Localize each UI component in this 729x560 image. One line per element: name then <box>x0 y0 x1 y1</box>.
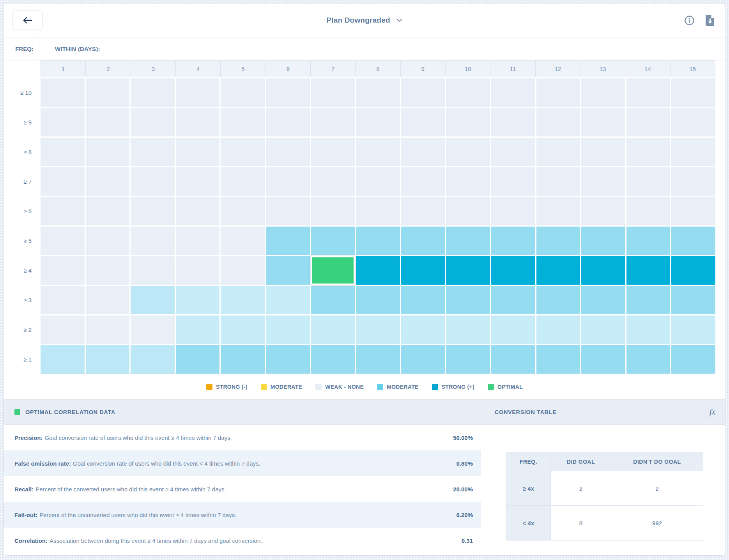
heatmap-cell[interactable] <box>536 108 580 136</box>
heatmap-cell[interactable] <box>581 227 625 255</box>
heatmap-cell[interactable] <box>131 345 175 374</box>
heatmap-cell[interactable] <box>86 138 130 166</box>
heatmap-cell[interactable] <box>491 78 535 107</box>
heatmap-cell[interactable] <box>311 197 355 225</box>
heatmap-cell[interactable] <box>536 345 580 374</box>
heatmap-cell[interactable] <box>131 108 175 136</box>
heatmap-cell[interactable] <box>401 167 445 196</box>
heatmap-cell[interactable] <box>266 227 310 255</box>
heatmap-cell[interactable] <box>86 167 130 196</box>
heatmap-cell[interactable] <box>311 315 355 344</box>
heatmap-cell[interactable] <box>491 286 535 314</box>
heatmap-cell[interactable] <box>176 315 220 344</box>
heatmap-cell[interactable] <box>356 78 400 107</box>
heatmap-cell[interactable] <box>356 108 400 136</box>
heatmap-cell[interactable] <box>176 286 220 314</box>
heatmap-cell[interactable] <box>131 315 175 344</box>
heatmap-cell[interactable] <box>671 345 715 374</box>
heatmap-cell[interactable] <box>41 286 85 314</box>
heatmap-cell[interactable] <box>41 227 85 255</box>
heatmap-cell[interactable] <box>41 256 85 285</box>
heatmap-cell[interactable] <box>671 197 715 225</box>
heatmap-cell[interactable] <box>356 227 400 255</box>
heatmap-cell[interactable] <box>491 256 535 285</box>
heatmap-cell[interactable] <box>626 286 671 314</box>
heatmap-cell[interactable] <box>221 227 265 255</box>
heatmap-cell[interactable] <box>446 227 490 255</box>
heatmap-cell[interactable] <box>221 78 265 107</box>
heatmap-cell[interactable] <box>581 167 625 196</box>
heatmap-cell[interactable] <box>581 197 625 225</box>
heatmap-cell[interactable] <box>446 197 490 225</box>
heatmap-cell[interactable] <box>536 286 580 314</box>
heatmap-cell[interactable] <box>401 286 445 314</box>
download-export-icon[interactable] <box>706 15 715 26</box>
heatmap-cell[interactable] <box>581 108 625 136</box>
heatmap-cell[interactable] <box>221 167 265 196</box>
heatmap-cell[interactable] <box>131 78 175 107</box>
heatmap-cell[interactable] <box>671 227 715 255</box>
heatmap-cell[interactable] <box>131 197 175 225</box>
heatmap-cell[interactable] <box>41 108 85 136</box>
heatmap-cell[interactable] <box>446 78 490 107</box>
heatmap-cell-optimal[interactable] <box>311 256 355 285</box>
heatmap-cell[interactable] <box>626 345 671 374</box>
heatmap-cell[interactable] <box>401 138 445 166</box>
heatmap-cell[interactable] <box>446 108 490 136</box>
heatmap-cell[interactable] <box>401 108 445 136</box>
heatmap-cell[interactable] <box>446 256 490 285</box>
heatmap-cell[interactable] <box>41 315 85 344</box>
heatmap-cell[interactable] <box>86 197 130 225</box>
heatmap-cell[interactable] <box>311 167 355 196</box>
heatmap-cell[interactable] <box>41 345 85 374</box>
heatmap-cell[interactable] <box>491 227 535 255</box>
heatmap-cell[interactable] <box>401 78 445 107</box>
heatmap-cell[interactable] <box>176 227 220 255</box>
heatmap-cell[interactable] <box>401 345 445 374</box>
heatmap-cell[interactable] <box>401 197 445 225</box>
info-icon[interactable] <box>684 15 695 26</box>
heatmap-cell[interactable] <box>401 315 445 344</box>
heatmap-cell[interactable] <box>221 315 265 344</box>
heatmap-cell[interactable] <box>41 167 85 196</box>
heatmap-cell[interactable] <box>86 286 130 314</box>
heatmap-cell[interactable] <box>401 227 445 255</box>
heatmap-cell[interactable] <box>536 78 580 107</box>
heatmap-cell[interactable] <box>536 167 580 196</box>
heatmap-cell[interactable] <box>266 78 310 107</box>
heatmap-cell[interactable] <box>176 256 220 285</box>
heatmap-cell[interactable] <box>311 138 355 166</box>
heatmap-cell[interactable] <box>356 167 400 196</box>
heatmap-cell[interactable] <box>131 256 175 285</box>
heatmap-cell[interactable] <box>671 78 715 107</box>
heatmap-cell[interactable] <box>266 138 310 166</box>
heatmap-cell[interactable] <box>221 286 265 314</box>
heatmap-cell[interactable] <box>356 256 400 285</box>
heatmap-cell[interactable] <box>311 78 355 107</box>
heatmap-cell[interactable] <box>491 138 535 166</box>
heatmap-cell[interactable] <box>221 256 265 285</box>
heatmap-cell[interactable] <box>626 108 671 136</box>
heatmap-cell[interactable] <box>536 256 580 285</box>
heatmap-cell[interactable] <box>131 167 175 196</box>
heatmap-cell[interactable] <box>176 345 220 374</box>
heatmap-cell[interactable] <box>491 167 535 196</box>
heatmap-cell[interactable] <box>86 256 130 285</box>
heatmap-cell[interactable] <box>581 256 625 285</box>
heatmap-cell[interactable] <box>86 78 130 107</box>
heatmap-cell[interactable] <box>221 138 265 166</box>
heatmap-cell[interactable] <box>266 345 310 374</box>
heatmap-cell[interactable] <box>581 78 625 107</box>
heatmap-cell[interactable] <box>266 315 310 344</box>
heatmap-cell[interactable] <box>671 256 715 285</box>
heatmap-cell[interactable] <box>41 78 85 107</box>
heatmap-cell[interactable] <box>491 345 535 374</box>
heatmap-cell[interactable] <box>671 286 715 314</box>
heatmap-cell[interactable] <box>356 345 400 374</box>
heatmap-cell[interactable] <box>581 345 625 374</box>
heatmap-cell[interactable] <box>131 138 175 166</box>
heatmap-cell[interactable] <box>581 315 625 344</box>
heatmap-cell[interactable] <box>401 256 445 285</box>
heatmap-cell[interactable] <box>626 78 671 107</box>
heatmap-cell[interactable] <box>446 315 490 344</box>
